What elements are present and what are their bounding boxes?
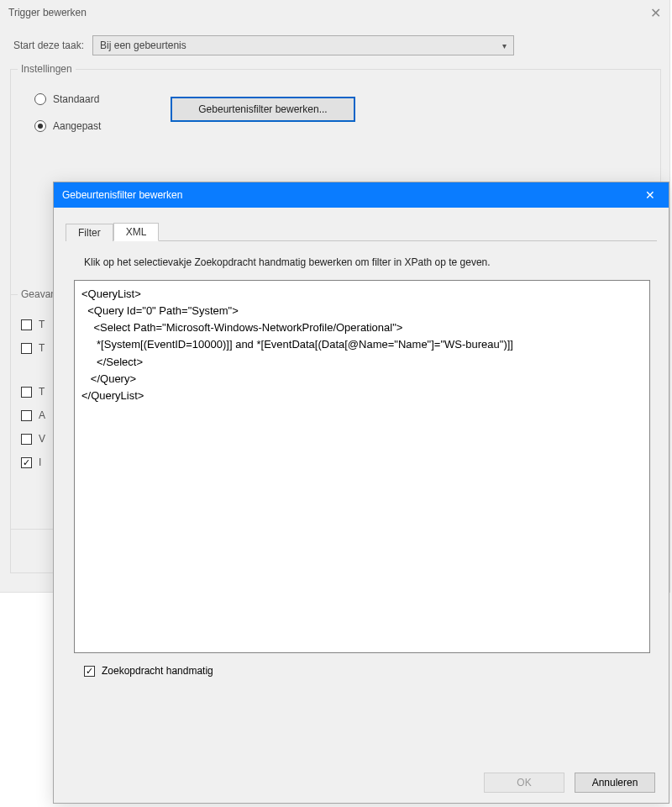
ok-button-label: OK — [517, 777, 531, 789]
bg-title: Trigger bewerken — [8, 7, 87, 18]
event-filter-button[interactable]: Gebeurtenisfilter bewerken... — [171, 97, 355, 122]
checkbox-icon — [21, 434, 32, 445]
instruction-text: Klik op het selectievakje Zoekopdracht h… — [66, 241, 657, 277]
xml-textarea[interactable]: <QueryList> <Query Id="0" Path="System">… — [74, 280, 650, 653]
event-filter-dialog: Gebeurtenisfilter bewerken ✕ Filter XML … — [53, 182, 669, 804]
close-icon: ✕ — [645, 188, 655, 202]
check-label: T — [39, 342, 45, 354]
check-row[interactable]: V — [21, 433, 45, 445]
bg-titlebar: Trigger bewerken ✕ — [0, 0, 669, 25]
start-task-select[interactable]: Bij een gebeurtenis ▾ — [92, 35, 514, 55]
radio-custom[interactable]: Aangepast — [34, 120, 101, 132]
fg-titlebar: Gebeurtenisfilter bewerken ✕ — [54, 182, 669, 208]
radio-standard[interactable]: Standaard — [34, 93, 101, 105]
cancel-button-label: Annuleren — [592, 777, 638, 789]
check-row[interactable]: T — [21, 319, 45, 330]
close-icon[interactable]: ✕ — [636, 5, 661, 21]
fg-title: Gebeurtenisfilter bewerken — [62, 189, 182, 201]
tab-filter-label: Filter — [78, 227, 101, 239]
chevron-down-icon: ▾ — [502, 41, 507, 50]
checkbox-icon — [21, 319, 32, 330]
tab-xml[interactable]: XML — [113, 223, 160, 241]
radio-icon — [34, 93, 46, 105]
dialog-buttons: OK Annuleren — [484, 773, 655, 793]
close-button[interactable]: ✕ — [631, 182, 669, 208]
checkbox-icon: ✓ — [84, 666, 95, 677]
check-label: T — [39, 386, 45, 398]
check-label: I — [39, 456, 41, 468]
cancel-button[interactable]: Annuleren — [575, 773, 655, 793]
start-task-row: Start deze taak: Bij een gebeurtenis ▾ — [0, 25, 669, 62]
check-label: A — [39, 409, 45, 421]
radio-icon — [34, 120, 46, 132]
checkbox-icon: ✓ — [21, 457, 32, 468]
manual-edit-checkbox[interactable]: ✓ Zoekopdracht handmatig — [84, 665, 657, 677]
check-row[interactable]: ✓ I — [21, 456, 45, 468]
start-task-value: Bij een gebeurtenis — [100, 40, 186, 51]
radio-custom-label: Aangepast — [53, 120, 101, 132]
advanced-checklist: T T T A V ✓ I — [21, 319, 45, 468]
settings-legend: Instellingen — [18, 63, 76, 75]
checkbox-icon — [21, 387, 32, 398]
check-label: T — [39, 319, 45, 330]
start-task-label: Start deze taak: — [13, 40, 84, 51]
tab-xml-label: XML — [126, 226, 147, 238]
check-row[interactable]: T — [21, 342, 45, 354]
tabs: Filter XML — [66, 221, 657, 241]
check-row[interactable]: T — [21, 386, 45, 398]
event-filter-button-label: Gebeurtenisfilter bewerken... — [198, 103, 327, 115]
manual-edit-label: Zoekopdracht handmatig — [102, 665, 213, 677]
checkbox-icon — [21, 343, 32, 354]
tab-filter[interactable]: Filter — [66, 224, 113, 241]
check-label: V — [39, 433, 45, 445]
check-row[interactable]: A — [21, 409, 45, 421]
fg-body: Filter XML Klik op het selectievakje Zoe… — [54, 208, 669, 803]
ok-button[interactable]: OK — [484, 773, 564, 793]
checkbox-icon — [21, 410, 32, 421]
settings-radios: Standaard Aangepast — [34, 93, 101, 132]
radio-standard-label: Standaard — [53, 93, 99, 105]
